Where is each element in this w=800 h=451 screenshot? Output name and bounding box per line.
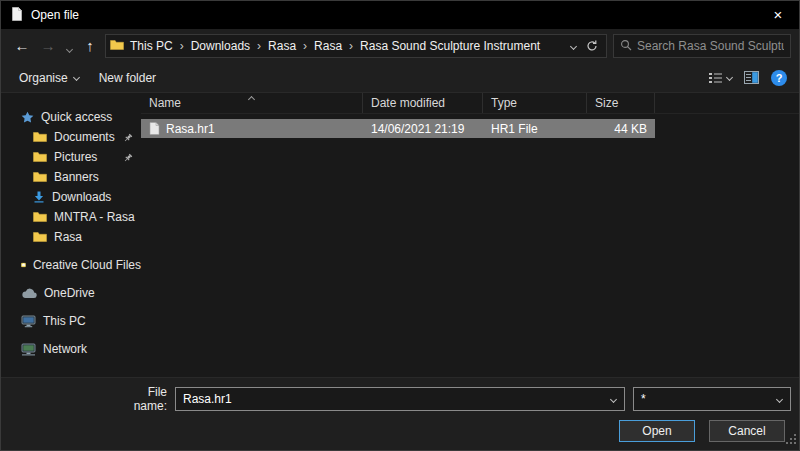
help-button[interactable]: ? bbox=[771, 70, 787, 86]
file-name-combobox bbox=[175, 387, 625, 411]
help-icon: ? bbox=[771, 70, 787, 86]
file-list: Name Date modified Type Size Rasa.hr1 bbox=[141, 93, 799, 377]
pin-icon bbox=[123, 152, 133, 166]
sidebar-item-documents[interactable]: Documents bbox=[1, 127, 141, 147]
refresh-button[interactable] bbox=[586, 40, 598, 52]
sidebar-item-quick-access[interactable]: Quick access bbox=[1, 107, 141, 127]
dialog-footer: File name: * Open Cancel bbox=[1, 377, 799, 450]
column-header-size[interactable]: Size bbox=[587, 93, 655, 113]
file-type-value: * bbox=[634, 392, 768, 406]
sidebar-item-label: This PC bbox=[43, 314, 86, 328]
back-button[interactable]: ← bbox=[9, 34, 35, 58]
column-header-name[interactable]: Name bbox=[141, 93, 363, 113]
document-icon bbox=[11, 7, 23, 24]
sidebar-item-label: OneDrive bbox=[44, 286, 95, 300]
preview-pane-icon bbox=[744, 71, 759, 84]
resize-grip[interactable] bbox=[786, 433, 796, 447]
sidebar-item-onedrive[interactable]: OneDrive bbox=[1, 283, 141, 303]
address-history-button[interactable] bbox=[571, 44, 576, 49]
sidebar-item-mntra-rasa[interactable]: MNTRA - Rasa bbox=[1, 207, 141, 227]
chevron-down-icon bbox=[726, 74, 733, 81]
folder-icon bbox=[33, 211, 47, 223]
chevron-down-icon bbox=[570, 42, 577, 49]
sidebar-item-pictures[interactable]: Pictures bbox=[1, 147, 141, 167]
address-bar[interactable]: This PC › Downloads › Rasa › Rasa › Rasa… bbox=[105, 34, 607, 58]
network-icon bbox=[21, 343, 36, 356]
folder-icon bbox=[33, 131, 47, 143]
open-file-dialog: Open file × ← → ↑ This PC › Downloads › … bbox=[0, 0, 800, 451]
column-headers: Name Date modified Type Size bbox=[141, 93, 799, 114]
sidebar-item-label: Network bbox=[43, 342, 87, 356]
window-title: Open file bbox=[31, 8, 79, 22]
column-header-date-modified[interactable]: Date modified bbox=[363, 93, 483, 113]
close-button[interactable]: × bbox=[757, 1, 799, 29]
file-size-cell: 44 KB bbox=[587, 122, 655, 136]
organise-label: Organise bbox=[19, 71, 68, 85]
onedrive-cloud-icon bbox=[21, 288, 37, 299]
sidebar-item-label: Downloads bbox=[52, 190, 111, 204]
folder-icon bbox=[110, 39, 124, 54]
sidebar-item-this-pc[interactable]: This PC bbox=[1, 311, 141, 331]
command-toolbar: Organise New folder ? bbox=[1, 63, 799, 93]
column-header-type[interactable]: Type bbox=[483, 93, 587, 113]
sidebar-item-label: Rasa bbox=[54, 230, 82, 244]
preview-pane-button[interactable] bbox=[744, 71, 759, 84]
sort-ascending-indicator bbox=[247, 96, 254, 103]
sidebar-item-downloads[interactable]: Downloads bbox=[1, 187, 141, 207]
file-rows: Rasa.hr1 14/06/2021 21:19 HR1 File 44 KB bbox=[141, 114, 799, 377]
up-button[interactable]: ↑ bbox=[77, 34, 103, 58]
file-name-input[interactable] bbox=[176, 392, 602, 406]
titlebar: Open file × bbox=[1, 1, 799, 29]
sidebar-item-banners[interactable]: Banners bbox=[1, 167, 141, 187]
file-name-dropdown-button[interactable] bbox=[602, 388, 624, 410]
navigation-pane: Quick access Documents Pictures Banners bbox=[1, 93, 141, 377]
open-button[interactable]: Open bbox=[619, 420, 695, 442]
file-type-dropdown-button[interactable] bbox=[768, 388, 790, 410]
search-icon bbox=[620, 39, 632, 54]
recent-locations-button[interactable] bbox=[61, 34, 77, 58]
new-folder-label: New folder bbox=[99, 71, 156, 85]
search-input[interactable] bbox=[637, 39, 784, 53]
cancel-button[interactable]: Cancel bbox=[709, 420, 785, 442]
sidebar-item-rasa[interactable]: Rasa bbox=[1, 227, 141, 247]
details-view-icon bbox=[708, 72, 723, 84]
breadcrumb-item[interactable]: Rasa Sound Sculpture Instrument bbox=[354, 35, 546, 57]
creative-cloud-icon bbox=[21, 259, 26, 271]
refresh-icon bbox=[586, 40, 598, 52]
sidebar-item-creative-cloud-files[interactable]: Creative Cloud Files bbox=[1, 255, 141, 275]
breadcrumb-item[interactable]: Rasa bbox=[308, 35, 348, 57]
folder-icon bbox=[33, 151, 47, 163]
chevron-down-icon bbox=[65, 45, 72, 52]
chevron-down-icon bbox=[609, 395, 616, 402]
breadcrumb-item[interactable]: This PC bbox=[124, 35, 179, 57]
navigation-bar: ← → ↑ This PC › Downloads › Rasa › Rasa … bbox=[1, 29, 799, 63]
sidebar-item-network[interactable]: Network bbox=[1, 339, 141, 359]
change-view-button[interactable] bbox=[708, 72, 732, 84]
file-name-cell: Rasa.hr1 bbox=[141, 122, 363, 136]
folder-icon bbox=[33, 171, 47, 183]
computer-icon bbox=[21, 315, 36, 328]
file-date-cell: 14/06/2021 21:19 bbox=[363, 122, 483, 136]
sidebar-item-label: Documents bbox=[54, 130, 115, 144]
search-box bbox=[613, 34, 791, 58]
file-type-combobox[interactable]: * bbox=[633, 387, 791, 411]
pin-icon bbox=[123, 132, 133, 146]
sidebar-item-label: Quick access bbox=[41, 110, 112, 124]
organise-button[interactable]: Organise bbox=[11, 67, 87, 89]
content-area: Quick access Documents Pictures Banners bbox=[1, 93, 799, 377]
breadcrumb-item[interactable]: Downloads bbox=[185, 35, 256, 57]
sidebar-item-label: Banners bbox=[54, 170, 99, 184]
chevron-down-icon bbox=[73, 74, 80, 81]
folder-icon bbox=[33, 231, 47, 243]
file-row[interactable]: Rasa.hr1 14/06/2021 21:19 HR1 File 44 KB bbox=[141, 119, 655, 138]
star-icon bbox=[21, 111, 34, 124]
sidebar-item-label: Pictures bbox=[54, 150, 97, 164]
file-name-label: File name: bbox=[115, 385, 167, 413]
forward-button[interactable]: → bbox=[35, 34, 61, 58]
sidebar-item-label: Creative Cloud Files bbox=[33, 258, 141, 272]
download-icon bbox=[33, 191, 45, 203]
new-folder-button[interactable]: New folder bbox=[91, 67, 164, 89]
breadcrumb-item[interactable]: Rasa bbox=[262, 35, 302, 57]
sidebar-item-label: MNTRA - Rasa bbox=[54, 210, 135, 224]
file-type-cell: HR1 File bbox=[483, 122, 587, 136]
